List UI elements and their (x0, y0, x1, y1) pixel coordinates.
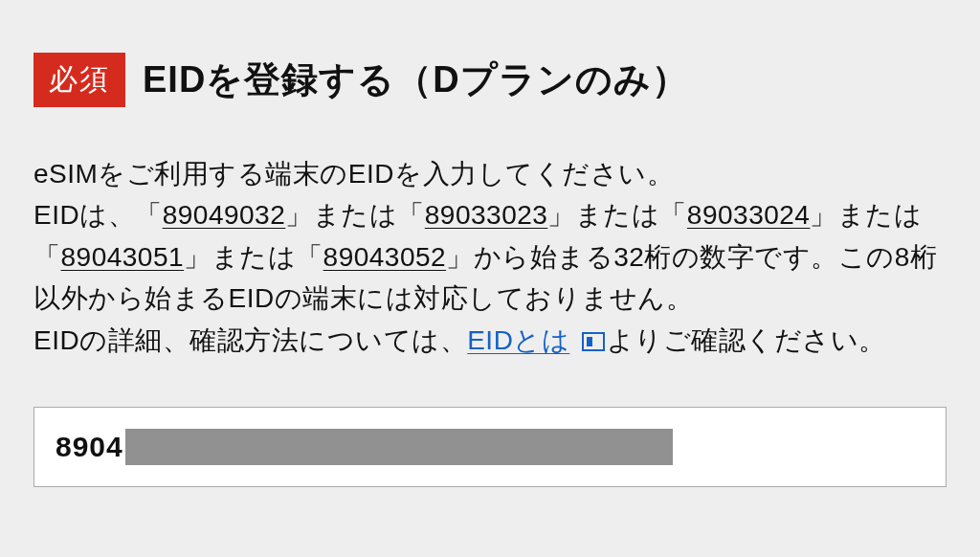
eid-input[interactable]: 8904 (33, 407, 947, 487)
eid-prefix-0: 89049032 (163, 200, 286, 230)
eid-prefix-1: 89033023 (425, 200, 548, 230)
joiner-0: 」または「 (285, 200, 425, 230)
redacted-bar (125, 429, 673, 465)
external-link-icon (582, 332, 605, 351)
eid-input-visible-value: 8904 (56, 431, 123, 463)
eid-prefix-4: 89043052 (323, 242, 447, 272)
page-title: EIDを登録する（Dプランのみ） (143, 56, 689, 104)
desc-detail-suffix: よりご確認ください。 (607, 325, 886, 355)
header-row: 必須 EIDを登録する（Dプランのみ） (33, 53, 947, 107)
joiner-1: 」または「 (547, 200, 687, 230)
desc-prefix-intro: EIDは、「 (33, 200, 163, 230)
description-block: eSIMをご利用する端末のEIDを入力してください。 EIDは、「8904903… (33, 153, 947, 361)
required-badge: 必須 (33, 53, 125, 107)
eid-prefix-2: 89033024 (687, 200, 811, 230)
eid-info-link[interactable]: EIDとは (467, 325, 569, 355)
eid-prefix-3: 89043051 (61, 242, 185, 272)
desc-line1: eSIMをご利用する端末のEIDを入力してください。 (33, 159, 674, 189)
joiner-3: 」または「 (184, 242, 323, 272)
desc-detail-prefix: EIDの詳細、確認方法については、 (33, 325, 467, 355)
